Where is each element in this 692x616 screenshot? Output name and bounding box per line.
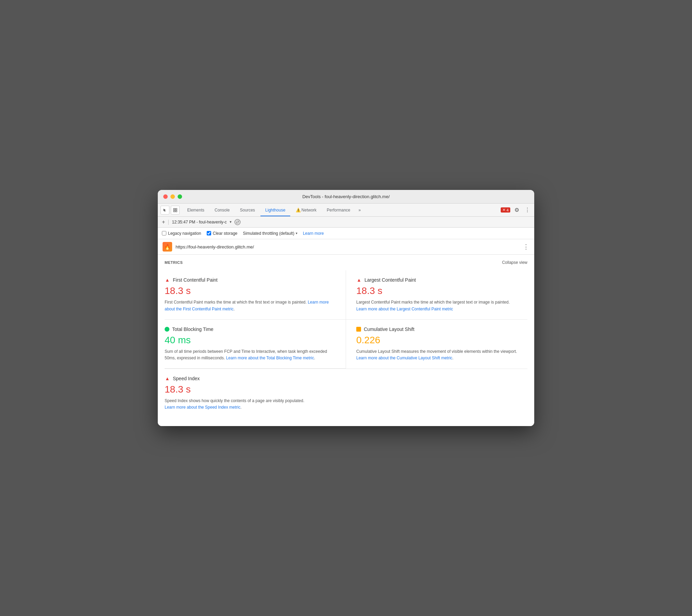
svg-rect-2: [174, 210, 175, 212]
tab-elements[interactable]: Elements: [182, 204, 209, 216]
options-bar: Legacy navigation Clear storage Simulate…: [158, 228, 534, 239]
tabs: Elements Console Sources Lighthouse ⚠️ N…: [182, 204, 363, 216]
subtoolbar: + | 12:35:47 PM - foul-heavenly-c ▾: [158, 217, 534, 228]
metric-lcp-header: ▲ Largest Contentful Paint: [356, 277, 521, 283]
lcp-description: Largest Contentful Paint marks the time …: [356, 299, 521, 312]
tbt-learn-more-link[interactable]: Learn more about the Total Blocking Time…: [226, 356, 314, 360]
learn-more-link[interactable]: Learn more: [303, 231, 324, 236]
metric-fcp: ▲ First Contentful Paint 18.3 s First Co…: [165, 270, 346, 319]
settings-gear-button[interactable]: ⚙: [513, 206, 521, 214]
more-options-button[interactable]: ⋮: [523, 206, 531, 214]
title-bar: DevTools - foul-heavenly-direction.glitc…: [158, 190, 534, 204]
fcp-status-icon: ▲: [165, 277, 170, 283]
clear-storage-checkbox-item[interactable]: Clear storage: [207, 231, 238, 236]
metric-fcp-header: ▲ First Contentful Paint: [165, 277, 335, 283]
inspect-icon-btn[interactable]: [171, 206, 180, 215]
metric-lcp: ▲ Largest Contentful Paint 18.3 s Larges…: [346, 270, 527, 319]
svg-rect-0: [174, 208, 175, 210]
window-title: DevTools - foul-heavenly-direction.glitc…: [302, 194, 389, 199]
metric-cls: Cumulative Layout Shift 0.226 Cumulative…: [346, 320, 527, 369]
block-icon[interactable]: [234, 219, 241, 225]
maximize-button[interactable]: [178, 194, 182, 199]
clear-storage-checkbox[interactable]: [207, 231, 211, 235]
divider: |: [168, 219, 169, 225]
tbt-name: Total Blocking Time: [172, 326, 214, 332]
legacy-nav-checkbox-item[interactable]: Legacy navigation: [162, 231, 201, 236]
tbt-value: 40 ms: [165, 335, 335, 346]
devtools-window: DevTools - foul-heavenly-direction.glitc…: [158, 190, 534, 426]
time-label: 12:35:47 PM - foul-heavenly-c: [172, 220, 227, 224]
metrics-header: METRICS Collapse view: [165, 260, 527, 265]
network-warning-icon: ⚠️: [296, 208, 301, 213]
tab-performance[interactable]: Performance: [322, 204, 355, 216]
tab-sources[interactable]: Sources: [235, 204, 260, 216]
tab-icon-group: [161, 206, 180, 215]
metrics-grid: ▲ First Contentful Paint 18.3 s First Co…: [165, 270, 527, 418]
si-description: Speed Index shows how quickly the conten…: [165, 398, 315, 411]
metric-si-header: ▲ Speed Index: [165, 376, 527, 381]
fcp-description: First Contentful Paint marks the time at…: [165, 299, 335, 312]
url-bar: 🔥 https://foul-heavenly-direction.glitch…: [158, 239, 534, 255]
tabs-more-button[interactable]: »: [356, 204, 364, 216]
fcp-value: 18.3 s: [165, 285, 335, 296]
cls-status-icon: [356, 327, 361, 332]
cls-value: 0.226: [356, 335, 521, 346]
si-name: Speed Index: [173, 376, 200, 381]
tbt-status-icon: [165, 327, 169, 332]
url-more-options-button[interactable]: ⋮: [523, 243, 529, 251]
lcp-value: 18.3 s: [356, 285, 521, 296]
metric-cls-header: Cumulative Layout Shift: [356, 326, 521, 332]
svg-rect-3: [176, 210, 177, 212]
si-learn-more-link[interactable]: Learn more about the Speed Index metric: [165, 405, 240, 410]
collapse-view-button[interactable]: Collapse view: [502, 260, 527, 265]
lcp-status-icon: ▲: [356, 277, 362, 283]
close-button[interactable]: [163, 194, 168, 199]
tbt-description: Sum of all time periods between FCP and …: [165, 348, 335, 361]
metrics-title: METRICS: [165, 260, 183, 265]
metric-si: ▲ Speed Index 18.3 s Speed Index shows h…: [165, 369, 527, 418]
throttle-dropdown-arrow[interactable]: ▾: [296, 231, 297, 235]
cls-description: Cumulative Layout Shift measures the mov…: [356, 348, 521, 361]
cls-name: Cumulative Layout Shift: [364, 326, 414, 332]
fcp-name: First Contentful Paint: [173, 277, 218, 283]
metric-tbt-header: Total Blocking Time: [165, 326, 335, 332]
si-value: 18.3 s: [165, 384, 527, 395]
tab-bar: Elements Console Sources Lighthouse ⚠️ N…: [158, 204, 534, 217]
lcp-learn-more-link[interactable]: Learn more about the Largest Contentful …: [356, 307, 453, 311]
error-badge: ✕ 4: [501, 207, 510, 213]
tab-lighthouse[interactable]: Lighthouse: [260, 204, 290, 216]
add-button[interactable]: +: [162, 219, 165, 225]
lcp-name: Largest Contentful Paint: [364, 277, 416, 283]
traffic-lights: [163, 194, 182, 199]
tab-console[interactable]: Console: [210, 204, 234, 216]
cursor-icon-btn[interactable]: [161, 206, 169, 215]
legacy-nav-checkbox[interactable]: [162, 231, 166, 235]
metric-tbt: Total Blocking Time 40 ms Sum of all tim…: [165, 320, 346, 369]
throttle-selector[interactable]: Simulated throttling (default) ▾: [243, 231, 297, 236]
lighthouse-favicon: 🔥: [163, 242, 172, 252]
error-x-icon: ✕: [502, 208, 505, 212]
tab-network[interactable]: ⚠️ Network: [291, 204, 321, 216]
content-area: METRICS Collapse view ▲ First Contentful…: [158, 255, 534, 426]
svg-rect-1: [176, 208, 177, 210]
url-text: https://foul-heavenly-direction.glitch.m…: [176, 244, 520, 249]
cls-learn-more-link[interactable]: Learn more about the Cumulative Layout S…: [356, 356, 452, 360]
minimize-button[interactable]: [170, 194, 175, 199]
si-status-icon: ▲: [165, 376, 170, 381]
tab-right-controls: ✕ 4 ⚙ ⋮: [501, 206, 531, 214]
time-dropdown-arrow[interactable]: ▾: [230, 220, 232, 224]
